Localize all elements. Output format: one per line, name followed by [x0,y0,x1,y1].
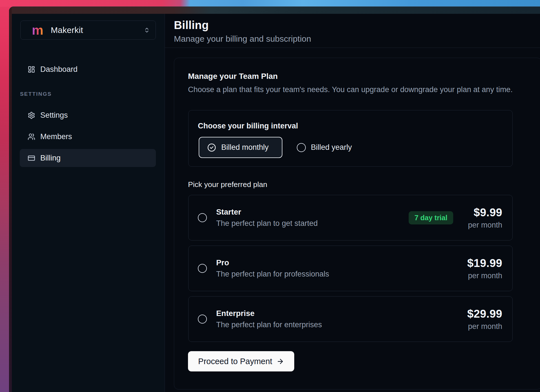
radio-circle-icon [198,213,207,222]
plan-period: per month [467,271,502,280]
plan-price: $19.99 [467,257,502,270]
sidebar-item-dashboard[interactable]: Dashboard [20,60,156,78]
sidebar-item-label: Billing [40,154,61,162]
sidebar-item-label: Dashboard [40,65,78,74]
plan-option-enterprise[interactable]: Enterprise The perfect plan for enterpri… [188,296,513,342]
radio-circle-icon [198,315,207,324]
credit-card-icon [28,154,35,162]
plan-description: The perfect plan to get started [216,219,318,228]
proceed-to-payment-label: Proceed to Payment [198,357,272,366]
dashboard-icon [28,66,35,73]
workspace-switcher[interactable]: m Makerkit [20,21,156,40]
interval-option-label: Billed monthly [221,143,269,152]
team-plan-card: Manage your Team Plan Choose a plan that… [174,58,540,389]
chevrons-up-down-icon [144,27,150,33]
sidebar-item-label: Members [40,132,72,141]
trial-badge: 7 day trial [409,211,453,224]
sidebar: m Makerkit Dashboard SETTINGS Settings M… [12,14,165,392]
arrow-right-icon [276,358,284,365]
interval-option-yearly[interactable]: Billed yearly [297,137,352,158]
radio-circle-icon [297,143,306,152]
proceed-to-payment-button[interactable]: Proceed to Payment [188,351,294,371]
users-icon [28,133,35,141]
plan-option-pro[interactable]: Pro The perfect plan for professionals $… [188,246,513,291]
plan-description: The perfect plan for enterprises [216,320,322,329]
gear-icon [28,112,35,119]
plan-description: The perfect plan for professionals [216,270,329,279]
window-titlebar [9,7,540,14]
plan-price: $9.99 [468,206,502,219]
page-subtitle: Manage your billing and subscription [174,34,311,44]
plan-price: $29.99 [467,308,502,320]
plan-name: Starter [216,208,318,217]
desktop-wallpaper-top [0,0,540,7]
interval-option-label: Billed yearly [311,143,352,152]
plan-picker-label: Pick your preferred plan [188,180,267,189]
plan-period: per month [468,221,502,230]
sidebar-item-label: Settings [40,111,68,120]
page-title: Billing [174,18,209,32]
plan-name: Pro [216,258,329,267]
circle-check-icon [207,143,216,152]
plan-name: Enterprise [216,309,322,318]
billing-interval-label: Choose your billing interval [198,122,298,130]
header-divider [165,48,540,48]
billing-interval-box: Choose your billing interval Billed mont… [188,110,513,167]
workspace-name: Makerkit [51,25,83,35]
app-window: m Makerkit Dashboard SETTINGS Settings M… [9,6,540,392]
sidebar-item-members[interactable]: Members [20,128,156,146]
sidebar-item-settings[interactable]: Settings [20,106,156,124]
interval-option-monthly[interactable]: Billed monthly [199,137,282,158]
sidebar-section-settings: SETTINGS [20,91,52,97]
plan-period: per month [467,322,502,331]
card-title: Manage your Team Plan [188,72,278,81]
main-content: Billing Manage your billing and subscrip… [165,14,540,392]
card-subtitle: Choose a plan that fits your team's need… [188,85,513,94]
makerkit-logo: m [32,24,43,37]
sidebar-item-billing[interactable]: Billing [20,149,156,167]
plan-option-starter[interactable]: Starter The perfect plan to get started … [188,195,513,240]
window-left-edge [9,7,12,392]
radio-circle-icon [198,264,207,273]
